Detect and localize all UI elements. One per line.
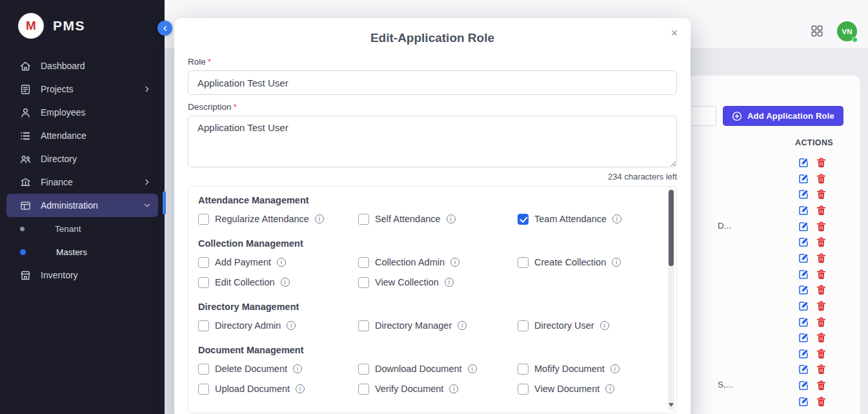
info-icon[interactable] (296, 384, 305, 393)
delete-row-button[interactable] (816, 397, 826, 408)
info-icon[interactable] (277, 258, 286, 267)
delete-row-button[interactable] (816, 174, 826, 185)
sidebar-item-directory[interactable]: Directory (6, 147, 158, 171)
close-icon[interactable]: × (666, 25, 683, 41)
checkbox-mofify-document[interactable] (518, 364, 529, 375)
permission-add-payment[interactable]: Add Payment (198, 255, 358, 269)
permission-mofify-document[interactable]: Mofify Document (518, 362, 656, 376)
info-icon[interactable] (445, 278, 454, 287)
info-icon[interactable] (449, 384, 458, 393)
sidebar-item-administration[interactable]: Administration (6, 194, 158, 217)
info-icon[interactable] (293, 364, 302, 373)
permission-team-attendance[interactable]: Team Attendance (518, 212, 656, 226)
delete-row-button[interactable] (816, 380, 826, 391)
delete-row-button[interactable] (816, 285, 826, 296)
permission-upload-document[interactable]: Upload Document (198, 382, 358, 396)
add-application-role-button[interactable]: Add Application Role (723, 106, 843, 126)
checkbox-view-collection[interactable] (358, 277, 369, 288)
delete-row-button[interactable] (816, 253, 826, 264)
sidebar-item-attendance[interactable]: Attendance (6, 124, 158, 147)
permission-regularize-attendance[interactable]: Regularize Attendance (198, 212, 358, 226)
edit-row-button[interactable] (798, 174, 809, 185)
delete-row-button[interactable] (816, 237, 826, 248)
checkbox-regularize-attendance[interactable] (198, 214, 209, 225)
info-icon[interactable] (315, 214, 324, 223)
delete-row-button[interactable] (816, 301, 826, 312)
delete-row-button[interactable] (816, 317, 826, 328)
delete-row-button[interactable] (816, 364, 826, 375)
sidebar-item-projects[interactable]: Projects (6, 78, 158, 101)
edit-row-button[interactable] (798, 269, 809, 280)
checkbox-directory-manager[interactable] (358, 320, 369, 331)
permission-edit-collection[interactable]: Edit Collection (198, 275, 358, 289)
delete-row-button[interactable] (816, 333, 826, 344)
sidebar-collapse-button[interactable] (157, 21, 172, 36)
delete-row-button[interactable] (816, 158, 826, 169)
checkbox-delete-document[interactable] (198, 364, 209, 375)
sidebar-item-inventory[interactable]: Inventory (6, 264, 158, 287)
sidebar-item-employees[interactable]: Employees (6, 101, 158, 124)
info-icon[interactable] (612, 258, 621, 267)
checkbox-self-attendance[interactable] (358, 214, 369, 225)
role-input[interactable] (188, 70, 677, 95)
checkbox-upload-document[interactable] (198, 384, 209, 395)
edit-row-button[interactable] (798, 301, 809, 312)
edit-row-button[interactable] (798, 253, 809, 264)
info-icon[interactable] (612, 214, 621, 223)
checkbox-download-document[interactable] (358, 364, 369, 375)
info-icon[interactable] (600, 321, 609, 330)
checkbox-directory-admin[interactable] (198, 320, 209, 331)
permission-self-attendance[interactable]: Self Attendance (358, 212, 518, 226)
info-icon[interactable] (447, 214, 456, 223)
checkbox-edit-collection[interactable] (198, 277, 209, 288)
info-icon[interactable] (458, 321, 467, 330)
edit-row-button[interactable] (798, 317, 809, 328)
edit-row-button[interactable] (798, 364, 809, 375)
checkbox-view-document[interactable] (518, 384, 529, 395)
sidebar-subitem-masters[interactable]: Masters (0, 240, 165, 264)
checkbox-collection-admin[interactable] (358, 257, 369, 268)
edit-row-button[interactable] (798, 237, 809, 248)
description-input[interactable]: Application Test User (188, 116, 677, 167)
info-icon[interactable] (281, 278, 290, 287)
permission-create-collection[interactable]: Create Collection (518, 255, 656, 269)
scrollbar-track[interactable] (668, 189, 674, 411)
edit-row-button[interactable] (798, 333, 809, 344)
info-icon[interactable] (611, 364, 620, 373)
permission-delete-document[interactable]: Delete Document (198, 362, 358, 376)
info-icon[interactable] (605, 384, 614, 393)
permission-verify-document[interactable]: Verify Document (358, 382, 518, 396)
info-icon[interactable] (287, 321, 296, 330)
delete-row-button[interactable] (816, 205, 826, 216)
scrollbar-down-arrow-icon[interactable] (669, 403, 674, 408)
checkbox-add-payment[interactable] (198, 257, 209, 268)
delete-row-button[interactable] (816, 189, 826, 200)
checkbox-team-attendance[interactable] (518, 214, 529, 225)
edit-row-button[interactable] (798, 189, 809, 200)
checkbox-verify-document[interactable] (358, 384, 369, 395)
sidebar-subitem-tenant[interactable]: Tenant (0, 217, 165, 240)
sidebar-item-finance[interactable]: Finance (6, 171, 158, 194)
sidebar-item-dashboard[interactable]: Dashboard (6, 54, 158, 78)
edit-row-button[interactable] (798, 205, 809, 216)
permission-view-document[interactable]: View Document (518, 382, 656, 396)
edit-row-button[interactable] (798, 285, 809, 296)
edit-row-button[interactable] (798, 349, 809, 360)
delete-row-button[interactable] (816, 222, 826, 233)
edit-row-button[interactable] (798, 222, 809, 233)
checkbox-create-collection[interactable] (518, 257, 529, 268)
info-icon[interactable] (468, 364, 477, 373)
scrollbar-thumb[interactable] (669, 190, 674, 266)
delete-row-button[interactable] (816, 349, 826, 360)
permission-directory-admin[interactable]: Directory Admin (198, 318, 358, 333)
permission-directory-manager[interactable]: Directory Manager (358, 318, 518, 333)
info-icon[interactable] (450, 258, 459, 267)
edit-row-button[interactable] (798, 380, 809, 391)
edit-row-button[interactable] (798, 158, 809, 169)
edit-row-button[interactable] (798, 397, 809, 408)
checkbox-directory-user[interactable] (518, 320, 529, 331)
permission-directory-user[interactable]: Directory User (518, 318, 656, 333)
delete-row-button[interactable] (816, 269, 826, 280)
permission-collection-admin[interactable]: Collection Admin (358, 255, 518, 269)
permission-download-document[interactable]: Download Document (358, 362, 518, 376)
